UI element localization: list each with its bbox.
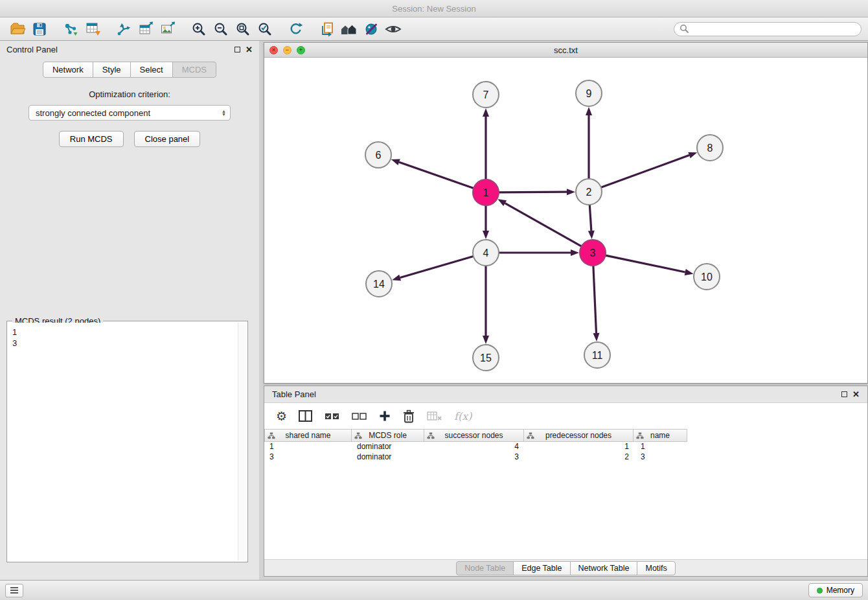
- tab-network-table[interactable]: Network Table: [570, 561, 638, 575]
- duplicate-network-icon: [319, 21, 336, 38]
- table-row[interactable]: 1dominator411: [264, 442, 867, 452]
- zoom-out-button[interactable]: [210, 19, 232, 39]
- select-all-rows-button[interactable]: [325, 412, 340, 421]
- graph-edge-3-11[interactable]: [593, 266, 597, 333]
- column-header-name[interactable]: name: [633, 429, 687, 442]
- criterion-dropdown[interactable]: strongly connected component ▲▼: [29, 105, 231, 121]
- edge-arrowhead: [392, 275, 401, 281]
- graph-edge-3-10[interactable]: [606, 255, 685, 272]
- home-icon: [339, 21, 359, 37]
- node-table-body: 1dominator4113dominator323: [264, 442, 867, 463]
- tab-network[interactable]: Network: [43, 62, 93, 78]
- import-network-button[interactable]: [60, 19, 82, 39]
- memory-button[interactable]: Memory: [808, 583, 863, 597]
- home-button[interactable]: [338, 19, 360, 39]
- close-table-panel-icon[interactable]: ✕: [852, 390, 860, 398]
- paint-icon: [363, 21, 380, 38]
- graph-edge-2-3[interactable]: [589, 205, 591, 231]
- refresh-icon: [288, 21, 304, 38]
- mcds-result-list: 13: [8, 323, 237, 560]
- tab-motifs[interactable]: Motifs: [637, 561, 675, 575]
- export-network-button[interactable]: [113, 19, 135, 39]
- tab-edge-table[interactable]: Edge Table: [513, 561, 570, 575]
- export-table-button[interactable]: [135, 19, 157, 39]
- show-hide-button[interactable]: [382, 19, 404, 39]
- network-canvas[interactable]: 7968124314101511: [264, 58, 867, 383]
- search-input[interactable]: [692, 24, 856, 34]
- zoom-fit-button[interactable]: [232, 19, 254, 39]
- status-bar: Memory: [0, 580, 868, 600]
- column-sort-icon: [427, 432, 435, 439]
- edge-arrowhead: [391, 159, 400, 165]
- graph-node-6[interactable]: 6: [365, 142, 391, 168]
- column-header-predecessor-nodes[interactable]: predecessor nodes: [523, 429, 634, 442]
- import-table-button[interactable]: [82, 19, 104, 39]
- node-label: 9: [586, 88, 592, 99]
- graph-node-7[interactable]: 7: [473, 82, 499, 108]
- open-file-button[interactable]: [6, 19, 29, 39]
- deselect-all-rows-button[interactable]: [352, 412, 367, 421]
- node-label: 6: [376, 150, 382, 161]
- delete-table-button[interactable]: [427, 411, 442, 421]
- column-header-mcds-role[interactable]: MCDS role: [351, 429, 424, 442]
- style-paint-button[interactable]: [360, 19, 382, 39]
- graph-edge-3-1[interactable]: [505, 203, 582, 246]
- window-titlebar: Session: New Session: [0, 0, 868, 17]
- add-column-button[interactable]: [379, 410, 391, 422]
- mcds-result-group: MCDS result (2 nodes) 13: [6, 321, 248, 562]
- graph-edge-4-14[interactable]: [400, 257, 474, 278]
- graph-edge-1-2[interactable]: [499, 192, 567, 192]
- tab-style[interactable]: Style: [93, 62, 131, 78]
- node-table: shared nameMCDS rolesuccessor nodesprede…: [264, 429, 867, 559]
- export-image-button[interactable]: [157, 19, 179, 39]
- control-panel: Control Panel ✕ NetworkStyleSelectMCDS O…: [0, 41, 259, 580]
- zoom-in-button[interactable]: [188, 19, 210, 39]
- search-box[interactable]: [674, 22, 862, 36]
- tab-node-table[interactable]: Node Table: [456, 561, 514, 575]
- network-graph: 7968124314101511: [264, 58, 867, 383]
- float-table-panel-icon[interactable]: [841, 391, 847, 397]
- dropdown-arrows-icon: ▲▼: [222, 110, 226, 116]
- graph-edge-1-6[interactable]: [399, 162, 474, 188]
- close-panel-button[interactable]: Close panel: [134, 131, 201, 147]
- float-panel-icon[interactable]: [234, 47, 240, 52]
- graph-node-2[interactable]: 2: [576, 179, 602, 205]
- graph-node-8[interactable]: 8: [697, 135, 723, 161]
- graph-node-1[interactable]: 1: [473, 179, 499, 205]
- task-history-button[interactable]: [5, 584, 23, 597]
- graph-node-10[interactable]: 10: [694, 264, 720, 290]
- run-mcds-button[interactable]: Run MCDS: [59, 131, 124, 147]
- tab-mcds[interactable]: MCDS: [172, 62, 216, 78]
- graph-node-9[interactable]: 9: [576, 80, 602, 106]
- graph-edge-2-8[interactable]: [601, 156, 689, 188]
- table-settings-button[interactable]: ⚙: [276, 410, 287, 422]
- deselect-all-icon: [352, 412, 367, 421]
- column-header-successor-nodes[interactable]: successor nodes: [424, 429, 524, 442]
- table-cell: dominator: [352, 442, 425, 452]
- tab-select[interactable]: Select: [130, 62, 173, 78]
- table-row[interactable]: 3dominator323: [264, 452, 867, 463]
- zoom-selected-button[interactable]: [254, 19, 276, 39]
- graph-node-11[interactable]: 11: [584, 342, 610, 368]
- column-sort-icon: [354, 432, 362, 439]
- close-panel-x-icon[interactable]: ✕: [246, 45, 253, 54]
- graph-node-14[interactable]: 14: [366, 271, 392, 297]
- node-label: 8: [707, 143, 713, 154]
- memory-label: Memory: [827, 586, 854, 595]
- control-panel-tabs: NetworkStyleSelectMCDS: [0, 62, 259, 78]
- duplicate-network-button[interactable]: [316, 19, 338, 39]
- save-session-button[interactable]: [29, 19, 51, 39]
- column-visibility-button[interactable]: [299, 410, 313, 422]
- graph-node-15[interactable]: 15: [473, 345, 499, 371]
- column-header-shared-name[interactable]: shared name: [264, 429, 352, 442]
- mcds-result-item: 1: [12, 327, 233, 338]
- column-sort-icon: [268, 432, 275, 439]
- graph-node-4[interactable]: 4: [473, 240, 499, 266]
- function-builder-button[interactable]: f(x): [454, 410, 472, 422]
- result-scrollbar[interactable]: [238, 323, 246, 560]
- refresh-view-button[interactable]: [285, 19, 307, 39]
- table-cell: 1: [264, 442, 352, 452]
- edge-arrowhead: [688, 152, 697, 158]
- graph-node-3[interactable]: 3: [580, 240, 606, 266]
- delete-column-button[interactable]: [402, 410, 415, 423]
